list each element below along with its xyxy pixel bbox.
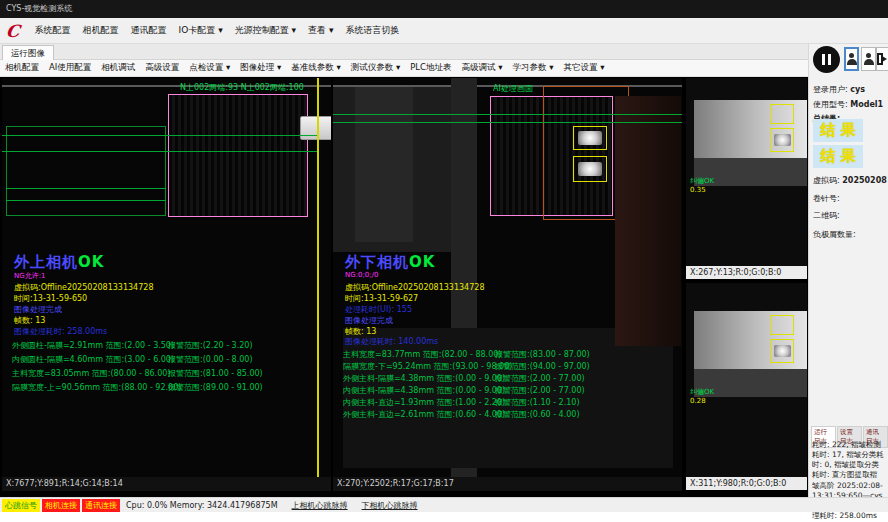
user-login-button[interactable] [844, 47, 859, 71]
menu-light-config[interactable]: 光源控制配置 ▾ [229, 21, 302, 40]
roi-box-green [6, 126, 166, 216]
measure-line-green [2, 151, 318, 152]
menu-camera-config[interactable]: 相机配置 [77, 21, 125, 40]
tool-camera-config[interactable]: 相机配置 [0, 61, 44, 75]
app-logo-icon: C [5, 21, 21, 41]
ng-info: NG:0;0;/0 [345, 271, 378, 279]
edge-annotation: N上002两端:93 N上002两端:100 [180, 82, 304, 93]
login-user-value: cys [850, 85, 865, 94]
scrap-count-label: 负极屑数量: [813, 229, 856, 240]
statusbar: 心跳信号 相机连接 通讯连接 Cpu: 0.0% Memory: 3424.41… [0, 497, 888, 512]
result-ok-label: OK [409, 253, 435, 271]
menubar: C 系统配置 相机配置 通讯配置 IO卡配置 ▾ 光源控制配置 ▾ 查看 ▾ 系… [0, 18, 888, 44]
menu-view[interactable]: 查看 ▾ [302, 21, 339, 40]
tool-ai-usage-config[interactable]: AI使用配置 [44, 61, 96, 75]
reflective-feature [774, 345, 791, 357]
measure-line-green [6, 188, 166, 189]
alarm-range: 报警范围:(89.00 - 91.00) [168, 382, 263, 393]
cpu-memory-stats: Cpu: 0.0% Memory: 3424.41796875M [126, 501, 278, 510]
titlebar: CYS-视觉检测系统 [0, 0, 888, 18]
result-indicator-upper: 结 果 [813, 119, 863, 142]
model-value[interactable]: Model1 [850, 100, 883, 109]
menu-io-config[interactable]: IO卡配置 ▾ [173, 21, 229, 40]
tool-tester-params[interactable]: 测试仪参数 ▾ [346, 61, 405, 75]
measurement-row: 内侧圆柱-隔膜=4.60mm 范围:(3.00 - 6.00) 报警范围:(0.… [2, 354, 331, 366]
user-manage-button[interactable] [861, 47, 876, 71]
measurement-row: 隔膜宽度-下=95.24mm 范围:(93.00 - 98.00) 报警范围:(… [333, 361, 682, 373]
login-user-row: 登录用户: cys [813, 84, 865, 95]
result-ok-label: OK [78, 253, 104, 271]
heartbeat-status-badge: 心跳信号 [2, 499, 40, 512]
camera-result-title: 外下相机OK [345, 253, 435, 272]
machinery-shape [355, 87, 413, 242]
preview-result-label: 纠偏OK [690, 176, 714, 186]
baseline-vertical-yellow [317, 78, 319, 477]
camera-name: 外下相机 [345, 253, 409, 271]
tool-image-processing[interactable]: 图像处理 ▾ [235, 61, 286, 75]
pixel-coords-preview-bottom: X:311;Y:980;R:0;G:0;B:0 [686, 477, 807, 490]
alarm-range: 报警范围:(2.00 - 77.00) [495, 373, 585, 384]
reflective-feature [578, 162, 602, 176]
pause-button[interactable] [813, 46, 840, 73]
lower-camera-heartbeat-link[interactable]: 下相机心跳脉搏 [362, 500, 418, 511]
tool-camera-debug[interactable]: 相机调试 [96, 61, 140, 75]
model-label: 使用型号: [813, 100, 848, 109]
tool-advanced-debug[interactable]: 高级调试 ▾ [457, 61, 508, 75]
machinery-dark-red [615, 96, 681, 346]
reflective-feature [774, 134, 791, 146]
measurement-row: 主料宽度=83.77mm 范围:(82.00 - 88.00) 报警范围:(83… [333, 349, 682, 361]
virtual-code: 虚拟码:Offline20250208133134728 [14, 282, 153, 293]
tab-run-image[interactable]: 运行图像 [2, 45, 54, 61]
measure-line-green [2, 135, 318, 136]
preview-view-top[interactable]: 纠偏OK 0.35 [686, 78, 807, 266]
measurement-row: 主料宽度=83.05mm 范围:(80.00 - 86.00) 报警范围:(81… [2, 368, 331, 380]
preview-value: 0.35 [690, 186, 706, 194]
process-elapsed: 图像处理耗时: 258.00ms [14, 326, 107, 337]
measure-line-green [6, 200, 166, 201]
tool-advanced-settings[interactable]: 高级设置 [140, 61, 184, 75]
exit-icon [877, 53, 888, 66]
pause-icon [828, 54, 831, 65]
measurement-row: 外侧主料-隔膜=4.38mm 范围:(0.00 - 9.00) 报警范围:(2.… [333, 373, 682, 385]
camera-result-title: 外上相机OK [14, 253, 104, 272]
menu-comm-config[interactable]: 通讯配置 [125, 21, 173, 40]
frame-count: 帧数: 13 [14, 315, 45, 326]
process-elapsed: 图像处理耗时: 140.00ms [345, 336, 438, 347]
window-title: CYS-视觉检测系统 [6, 4, 72, 13]
process-status: 图像处理完成 [14, 304, 62, 315]
menu-language-switch[interactable]: 系统语言切换 [339, 21, 405, 40]
tool-other-settings[interactable]: 其它设置 ▾ [558, 61, 609, 75]
measurement-value: 内侧主料-直边=1.93mm 范围:(1.00 - 2.20) [343, 397, 505, 408]
feature-box-yellow [573, 156, 607, 182]
ai-view-annotation: AI处理画面 [493, 83, 533, 94]
camera-view-upper-outer[interactable]: N上002两端:93 N上002两端:100 外上相机OK NG允许:1 虚拟码… [2, 78, 331, 477]
measurement-value: 内侧圆柱-隔膜=4.60mm 范围:(3.00 - 6.00) [12, 354, 174, 365]
upper-camera-heartbeat-link[interactable]: 上相机心跳脉搏 [292, 500, 348, 511]
app-window: CYS-视觉检测系统 C 系统配置 相机配置 通讯配置 IO卡配置 ▾ 光源控制… [0, 0, 888, 522]
measurement-value: 外侧主料-隔膜=4.38mm 范围:(0.00 - 9.00) [343, 373, 505, 384]
measurement-row: 内侧主料-隔膜=4.38mm 范围:(0.00 - 9.00) 报警范围:(2.… [333, 385, 682, 397]
pixel-coords-middle: X:270;Y:2502;R:17;G:17;B:17 [333, 477, 682, 491]
alarm-range: 报警范围:(94.00 - 97.00) [495, 361, 590, 372]
alarm-range: 报警范围:(81.00 - 85.00) [168, 368, 263, 379]
model-row: 使用型号: Model1 [813, 99, 883, 110]
measurement-value: 隔膜宽度-上=90.56mm 范围:(88.00 - 92.00) [12, 382, 181, 393]
sidebar: 登录用户: cys 使用型号: Model1 总结果: 结 果 结 果 虚拟码:… [808, 44, 888, 512]
tool-spot-check[interactable]: 点检设置 ▾ [184, 61, 235, 75]
tool-learning-params[interactable]: 学习参数 ▾ [507, 61, 558, 75]
exit-button[interactable] [876, 47, 888, 71]
camera-view-lower-outer[interactable]: AI处理画面 外下相机OK NG:0;0;/0 虚拟码:Offline20250… [333, 78, 682, 477]
virtual-code: 虚拟码:Offline20250208133134728 [345, 282, 484, 293]
reflective-feature [578, 131, 602, 145]
ng-info: NG允许:1 [14, 271, 45, 281]
tool-baseline-params[interactable]: 基准线参数 ▾ [286, 61, 345, 75]
tool-plc-address-table[interactable]: PLC地址表 [405, 61, 456, 75]
capture-time: 时间:13-31-59-627 [345, 293, 418, 304]
virtual-code-row: 虚拟码: 20250208 [813, 175, 887, 186]
alarm-range: 报警范围:(2.20 - 3.20) [168, 340, 253, 351]
measurement-value: 内侧主料-隔膜=4.38mm 范围:(0.00 - 9.00) [343, 385, 505, 396]
menu-system-config[interactable]: 系统配置 [29, 21, 77, 40]
preview-view-bottom[interactable]: 纠偏OK 0.28 [686, 283, 807, 477]
measurement-value: 主料宽度=83.05mm 范围:(80.00 - 86.00) [12, 368, 170, 379]
part-connector-tab [300, 116, 331, 140]
